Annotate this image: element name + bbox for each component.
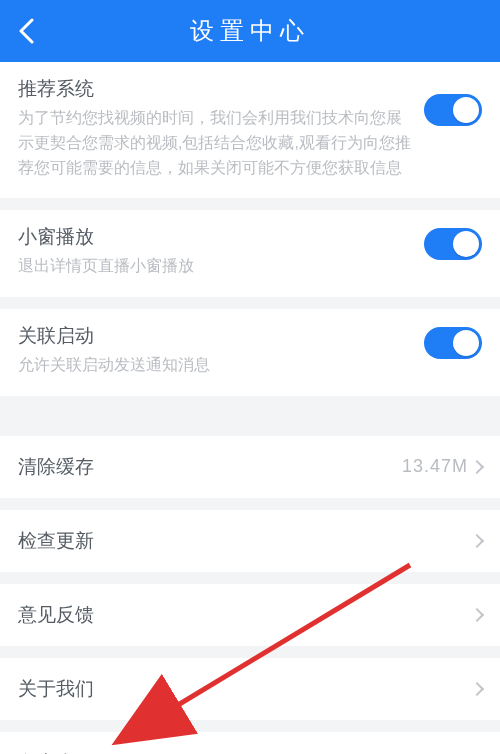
row-right: 13.47M bbox=[402, 456, 482, 477]
row-right bbox=[472, 610, 482, 620]
row-title: 免责声明 bbox=[18, 750, 94, 754]
toggle-mini-window[interactable] bbox=[424, 228, 482, 260]
settings-item-mini-window: 小窗播放 退出详情页直播小窗播放 bbox=[0, 210, 500, 297]
row-right bbox=[472, 536, 482, 546]
row-check-update[interactable]: 检查更新 bbox=[0, 510, 500, 572]
page-title: 设置中心 bbox=[0, 15, 500, 47]
row-about[interactable]: 关于我们 bbox=[0, 658, 500, 720]
settings-item-desc: 允许关联启动发送通知消息 bbox=[18, 353, 414, 378]
chevron-right-icon bbox=[470, 534, 484, 548]
row-right bbox=[472, 684, 482, 694]
settings-item-content: 关联启动 允许关联启动发送通知消息 bbox=[18, 323, 424, 378]
row-title: 检查更新 bbox=[18, 528, 94, 554]
toggle-related-launch[interactable] bbox=[424, 327, 482, 359]
settings-item-title: 小窗播放 bbox=[18, 224, 414, 250]
row-clear-cache[interactable]: 清除缓存 13.47M bbox=[0, 436, 500, 498]
settings-item-content: 推荐系统 为了节约您找视频的时间，我们会利用我们技术向您展示更契合您需求的视频,… bbox=[18, 76, 424, 180]
row-disclaimer[interactable]: 免责声明 bbox=[0, 732, 500, 754]
row-title: 清除缓存 bbox=[18, 454, 94, 480]
section-gap bbox=[0, 408, 500, 436]
chevron-left-icon bbox=[18, 18, 34, 44]
chevron-right-icon bbox=[470, 682, 484, 696]
toggle-recommend[interactable] bbox=[424, 94, 482, 126]
cache-size-value: 13.47M bbox=[402, 456, 468, 477]
back-button[interactable] bbox=[0, 0, 52, 62]
settings-item-desc: 为了节约您找视频的时间，我们会利用我们技术向您展示更契合您需求的视频,包括结合您… bbox=[18, 106, 414, 180]
row-feedback[interactable]: 意见反馈 bbox=[0, 584, 500, 646]
settings-item-title: 关联启动 bbox=[18, 323, 414, 349]
row-title: 意见反馈 bbox=[18, 602, 94, 628]
settings-item-desc: 退出详情页直播小窗播放 bbox=[18, 254, 414, 279]
settings-item-recommend: 推荐系统 为了节约您找视频的时间，我们会利用我们技术向您展示更契合您需求的视频,… bbox=[0, 62, 500, 198]
header: 设置中心 bbox=[0, 0, 500, 62]
row-title: 关于我们 bbox=[18, 676, 94, 702]
chevron-right-icon bbox=[470, 608, 484, 622]
settings-item-title: 推荐系统 bbox=[18, 76, 414, 102]
chevron-right-icon bbox=[470, 460, 484, 474]
settings-item-content: 小窗播放 退出详情页直播小窗播放 bbox=[18, 224, 424, 279]
settings-item-related-launch: 关联启动 允许关联启动发送通知消息 bbox=[0, 309, 500, 396]
